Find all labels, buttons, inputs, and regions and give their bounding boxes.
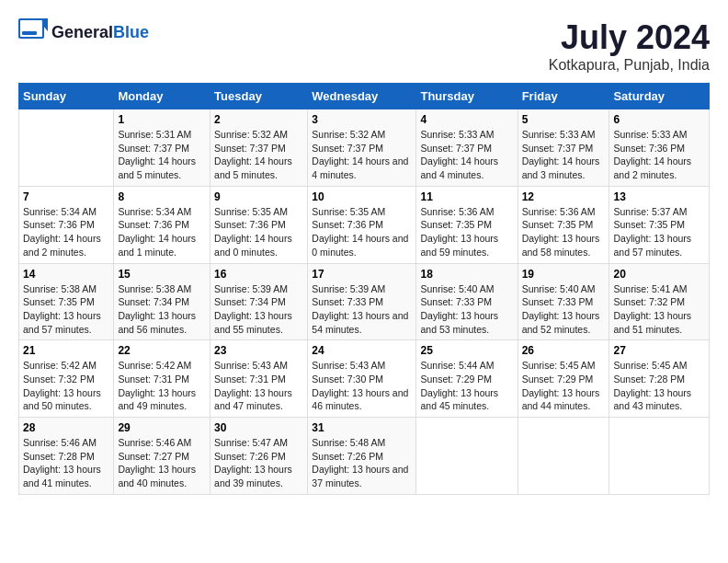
- subtitle: Kotkapura, Punjab, India: [549, 57, 710, 74]
- day-number: 6: [613, 113, 705, 126]
- day-number: 13: [613, 190, 705, 203]
- day-cell: 10Sunrise: 5:35 AMSunset: 7:36 PMDayligh…: [308, 186, 416, 263]
- logo-text: GeneralBlue: [51, 23, 149, 42]
- day-number: 22: [118, 344, 206, 357]
- week-row-1: 1Sunrise: 5:31 AMSunset: 7:37 PMDaylight…: [19, 109, 710, 187]
- day-info: Sunrise: 5:32 AMSunset: 7:37 PMDaylight:…: [312, 128, 412, 182]
- day-info: Sunrise: 5:46 AMSunset: 7:27 PMDaylight:…: [118, 436, 206, 490]
- day-cell: 1Sunrise: 5:31 AMSunset: 7:37 PMDaylight…: [114, 109, 210, 187]
- day-cell: 18Sunrise: 5:40 AMSunset: 7:33 PMDayligh…: [416, 263, 518, 340]
- day-info: Sunrise: 5:45 AMSunset: 7:28 PMDaylight:…: [613, 359, 705, 413]
- logo-icon: [18, 18, 48, 46]
- day-cell: 24Sunrise: 5:43 AMSunset: 7:30 PMDayligh…: [308, 340, 416, 418]
- day-number: 10: [312, 190, 412, 203]
- day-number: 26: [522, 344, 606, 357]
- day-cell: 15Sunrise: 5:38 AMSunset: 7:34 PMDayligh…: [114, 263, 210, 340]
- day-number: 15: [118, 268, 206, 281]
- day-number: 4: [420, 113, 513, 126]
- day-info: Sunrise: 5:31 AMSunset: 7:37 PMDaylight:…: [118, 128, 206, 182]
- day-number: 25: [420, 344, 513, 357]
- day-number: 17: [312, 268, 412, 281]
- col-friday: Friday: [518, 84, 609, 109]
- day-cell: [609, 418, 710, 495]
- day-info: Sunrise: 5:33 AMSunset: 7:36 PMDaylight:…: [613, 128, 705, 182]
- week-row-4: 21Sunrise: 5:42 AMSunset: 7:32 PMDayligh…: [19, 340, 710, 418]
- day-number: 8: [118, 190, 206, 203]
- day-number: 20: [613, 268, 705, 281]
- day-number: 18: [420, 268, 513, 281]
- day-info: Sunrise: 5:47 AMSunset: 7:26 PMDaylight:…: [214, 436, 303, 490]
- day-cell: 2Sunrise: 5:32 AMSunset: 7:37 PMDaylight…: [210, 109, 308, 187]
- day-number: 7: [23, 190, 109, 203]
- day-number: 28: [23, 421, 109, 434]
- day-number: 9: [214, 190, 303, 203]
- day-cell: 3Sunrise: 5:32 AMSunset: 7:37 PMDaylight…: [308, 109, 416, 187]
- day-cell: 9Sunrise: 5:35 AMSunset: 7:36 PMDaylight…: [210, 186, 308, 263]
- day-info: Sunrise: 5:33 AMSunset: 7:37 PMDaylight:…: [420, 128, 513, 182]
- day-info: Sunrise: 5:36 AMSunset: 7:35 PMDaylight:…: [522, 205, 606, 259]
- logo: GeneralBlue: [18, 18, 149, 46]
- day-info: Sunrise: 5:32 AMSunset: 7:37 PMDaylight:…: [214, 128, 303, 182]
- col-saturday: Saturday: [609, 84, 710, 109]
- day-cell: 11Sunrise: 5:36 AMSunset: 7:35 PMDayligh…: [416, 186, 518, 263]
- day-info: Sunrise: 5:45 AMSunset: 7:29 PMDaylight:…: [522, 359, 606, 413]
- day-info: Sunrise: 5:37 AMSunset: 7:35 PMDaylight:…: [613, 205, 705, 259]
- day-cell: [19, 109, 114, 187]
- day-cell: 22Sunrise: 5:42 AMSunset: 7:31 PMDayligh…: [114, 340, 210, 418]
- day-cell: 5Sunrise: 5:33 AMSunset: 7:37 PMDaylight…: [518, 109, 609, 187]
- day-info: Sunrise: 5:34 AMSunset: 7:36 PMDaylight:…: [23, 205, 109, 259]
- day-info: Sunrise: 5:48 AMSunset: 7:26 PMDaylight:…: [312, 436, 412, 490]
- col-wednesday: Wednesday: [308, 84, 416, 109]
- day-info: Sunrise: 5:42 AMSunset: 7:31 PMDaylight:…: [118, 359, 206, 413]
- week-row-2: 7Sunrise: 5:34 AMSunset: 7:36 PMDaylight…: [19, 186, 710, 263]
- header-row: Sunday Monday Tuesday Wednesday Thursday…: [19, 84, 710, 109]
- day-number: 19: [522, 268, 606, 281]
- day-number: 29: [118, 421, 206, 434]
- day-number: 14: [23, 268, 109, 281]
- day-number: 3: [312, 113, 412, 126]
- day-cell: 31Sunrise: 5:48 AMSunset: 7:26 PMDayligh…: [308, 418, 416, 495]
- header: GeneralBlue July 2024 Kotkapura, Punjab,…: [18, 18, 710, 74]
- day-number: 1: [118, 113, 206, 126]
- day-cell: 28Sunrise: 5:46 AMSunset: 7:28 PMDayligh…: [19, 418, 114, 495]
- day-cell: 6Sunrise: 5:33 AMSunset: 7:36 PMDaylight…: [609, 109, 710, 187]
- day-info: Sunrise: 5:39 AMSunset: 7:33 PMDaylight:…: [312, 282, 412, 337]
- day-info: Sunrise: 5:39 AMSunset: 7:34 PMDaylight:…: [214, 282, 303, 337]
- day-number: 31: [312, 421, 412, 434]
- logo-general: General: [51, 23, 113, 41]
- day-info: Sunrise: 5:40 AMSunset: 7:33 PMDaylight:…: [420, 282, 513, 337]
- day-cell: 8Sunrise: 5:34 AMSunset: 7:36 PMDaylight…: [114, 186, 210, 263]
- day-number: 16: [214, 268, 303, 281]
- day-number: 30: [214, 421, 303, 434]
- day-info: Sunrise: 5:36 AMSunset: 7:35 PMDaylight:…: [420, 205, 513, 259]
- day-info: Sunrise: 5:33 AMSunset: 7:37 PMDaylight:…: [522, 128, 606, 182]
- day-info: Sunrise: 5:38 AMSunset: 7:34 PMDaylight:…: [118, 282, 206, 337]
- day-info: Sunrise: 5:43 AMSunset: 7:31 PMDaylight:…: [214, 359, 303, 413]
- day-number: 23: [214, 344, 303, 357]
- col-sunday: Sunday: [19, 84, 114, 109]
- day-cell: 26Sunrise: 5:45 AMSunset: 7:29 PMDayligh…: [518, 340, 609, 418]
- day-number: 27: [613, 344, 705, 357]
- day-cell: [416, 418, 518, 495]
- day-info: Sunrise: 5:41 AMSunset: 7:32 PMDaylight:…: [613, 282, 705, 337]
- title-area: July 2024 Kotkapura, Punjab, India: [549, 18, 710, 74]
- day-cell: 23Sunrise: 5:43 AMSunset: 7:31 PMDayligh…: [210, 340, 308, 418]
- col-monday: Monday: [114, 84, 210, 109]
- day-cell: 29Sunrise: 5:46 AMSunset: 7:27 PMDayligh…: [114, 418, 210, 495]
- col-tuesday: Tuesday: [210, 84, 308, 109]
- day-cell: 12Sunrise: 5:36 AMSunset: 7:35 PMDayligh…: [518, 186, 609, 263]
- day-cell: 27Sunrise: 5:45 AMSunset: 7:28 PMDayligh…: [609, 340, 710, 418]
- day-info: Sunrise: 5:34 AMSunset: 7:36 PMDaylight:…: [118, 205, 206, 259]
- day-cell: 4Sunrise: 5:33 AMSunset: 7:37 PMDaylight…: [416, 109, 518, 187]
- day-info: Sunrise: 5:46 AMSunset: 7:28 PMDaylight:…: [23, 436, 109, 490]
- main-title: July 2024: [549, 18, 710, 57]
- day-number: 21: [23, 344, 109, 357]
- day-cell: 16Sunrise: 5:39 AMSunset: 7:34 PMDayligh…: [210, 263, 308, 340]
- day-cell: 25Sunrise: 5:44 AMSunset: 7:29 PMDayligh…: [416, 340, 518, 418]
- day-number: 2: [214, 113, 303, 126]
- day-cell: 17Sunrise: 5:39 AMSunset: 7:33 PMDayligh…: [308, 263, 416, 340]
- day-number: 11: [420, 190, 513, 203]
- day-cell: 13Sunrise: 5:37 AMSunset: 7:35 PMDayligh…: [609, 186, 710, 263]
- day-info: Sunrise: 5:44 AMSunset: 7:29 PMDaylight:…: [420, 359, 513, 413]
- day-info: Sunrise: 5:35 AMSunset: 7:36 PMDaylight:…: [214, 205, 303, 259]
